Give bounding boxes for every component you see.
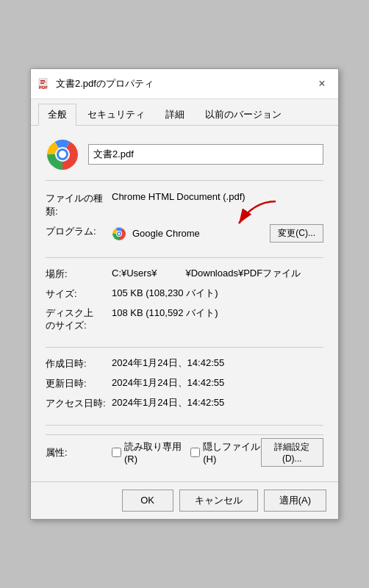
tab-details[interactable]: 詳細 — [156, 104, 194, 125]
title-bar-title: 文書2.pdfのプロパティ — [56, 77, 307, 90]
content-area: ファイルの種類: Chrome HTML Document (.pdf) プログ… — [31, 126, 338, 481]
change-button[interactable]: 変更(C)... — [270, 224, 323, 243]
chrome-icon-small — [112, 226, 126, 241]
attributes-label: 属性: — [46, 445, 112, 459]
readonly-checkbox[interactable] — [112, 448, 121, 457]
hidden-checkbox-label[interactable]: 隠しファイル(H) — [190, 440, 260, 465]
tab-bar: 全般 セキュリティ 詳細 以前のバージョン — [31, 99, 338, 126]
location-value: C:¥Users¥ ¥Downloads¥PDFファイル — [112, 267, 323, 280]
hidden-checkbox[interactable] — [190, 448, 200, 457]
tab-previous-versions[interactable]: 以前のバージョン — [196, 104, 291, 125]
location-row: 場所: C:¥Users¥ ¥Downloads¥PDFファイル — [46, 267, 323, 281]
readonly-label: 読み取り専用(R) — [124, 440, 182, 465]
program-row: プログラム: Google Chrome — [46, 224, 323, 243]
size-label: サイズ: — [46, 287, 112, 301]
accessed-row: アクセス日時: 2024年1月24日、14:42:55 — [46, 396, 323, 410]
ok-button[interactable]: OK — [122, 490, 173, 512]
size-value: 105 KB (108,230 バイト) — [112, 287, 323, 300]
chrome-icon-large — [46, 137, 79, 171]
location-section: 場所: C:¥Users¥ ¥Downloads¥PDFファイル サイズ: 10… — [46, 267, 323, 348]
location-label: 場所: — [46, 267, 112, 281]
hidden-label: 隠しファイル(H) — [203, 440, 260, 465]
properties-dialog: PDF 文書2.pdfのプロパティ × 全般 セキュリティ 詳細 以前のバージョ… — [30, 68, 339, 520]
title-bar-icon: PDF — [38, 78, 50, 90]
svg-rect-1 — [40, 80, 45, 81]
close-button[interactable]: × — [313, 75, 331, 93]
created-value: 2024年1月24日、14:42:55 — [112, 356, 323, 370]
readonly-checkbox-label[interactable]: 読み取り専用(R) — [112, 440, 182, 465]
svg-point-9 — [59, 151, 66, 158]
title-bar: PDF 文書2.pdfのプロパティ × — [31, 69, 338, 99]
disk-size-row: ディスク上 のサイズ: 108 KB (110,592 バイト) — [46, 306, 323, 332]
file-type-label: ファイルの種類: — [46, 191, 112, 218]
apply-button[interactable]: 適用(A) — [264, 490, 326, 512]
cancel-button[interactable]: キャンセル — [179, 490, 258, 512]
disk-size-value: 108 KB (110,592 バイト) — [112, 306, 323, 320]
file-type-section: ファイルの種類: Chrome HTML Document (.pdf) プログ… — [46, 191, 323, 258]
checkbox-group: 読み取り専用(R) 隠しファイル(H) — [112, 440, 261, 465]
program-name: Google Chrome — [132, 228, 200, 239]
file-type-row: ファイルの種類: Chrome HTML Document (.pdf) — [46, 191, 323, 218]
svg-text:PDF: PDF — [39, 85, 48, 90]
accessed-value: 2024年1月24日、14:42:55 — [112, 396, 323, 409]
attributes-row: 属性: 読み取り専用(R) 隠しファイル(H) 詳細設定(D)... — [46, 434, 323, 470]
tab-security[interactable]: セキュリティ — [78, 104, 154, 125]
svg-point-13 — [118, 232, 121, 234]
file-type-value: Chrome HTML Document (.pdf) — [112, 191, 323, 202]
modified-label: 更新日時: — [46, 376, 112, 390]
svg-rect-2 — [40, 82, 46, 82]
size-row: サイズ: 105 KB (108,230 バイト) — [46, 287, 323, 301]
svg-rect-3 — [40, 83, 44, 84]
created-row: 作成日時: 2024年1月24日、14:42:55 — [46, 356, 323, 370]
footer: OK キャンセル 適用(A) — [31, 481, 338, 519]
accessed-label: アクセス日時: — [46, 396, 112, 410]
modified-row: 更新日時: 2024年1月24日、14:42:55 — [46, 376, 323, 390]
program-label: プログラム: — [46, 224, 112, 238]
tab-general[interactable]: 全般 — [38, 104, 76, 126]
created-label: 作成日時: — [46, 356, 112, 370]
file-header — [46, 137, 323, 181]
dates-section: 作成日時: 2024年1月24日、14:42:55 更新日時: 2024年1月2… — [46, 356, 323, 426]
filename-input[interactable] — [88, 144, 323, 165]
advanced-button[interactable]: 詳細設定(D)... — [261, 438, 324, 467]
program-value-row: Google Chrome 変更(C)... — [112, 224, 323, 243]
modified-value: 2024年1月24日、14:42:55 — [112, 376, 323, 390]
disk-size-label: ディスク上 のサイズ: — [46, 306, 112, 332]
